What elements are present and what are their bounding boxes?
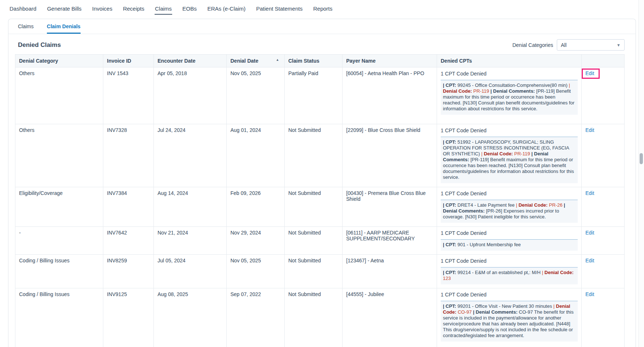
payer-name-cell: [44555] - Jubilee xyxy=(343,288,437,347)
table-row: Others INV7328 Jul 24, 2024 Aug 01, 2024… xyxy=(15,124,625,187)
window-scrollbar-thumb[interactable] xyxy=(640,153,643,164)
denial-categories-filter: Denial Categories All ▼ xyxy=(512,39,625,51)
cpt-detail-segment: CPT: xyxy=(445,82,456,88)
table-scrollbar-thumb[interactable] xyxy=(636,88,636,139)
column-header-denied-cpts: Denied CPTs xyxy=(437,55,582,67)
column-header-denial-category: Denial Category xyxy=(15,55,103,67)
denial-category-cell: - xyxy=(15,227,103,255)
denied-count-label: 1 CPT Code Denied xyxy=(441,190,578,196)
denial-categories-selected-value: All xyxy=(561,42,567,48)
cpt-detail-segment: Denial Code: xyxy=(518,202,547,208)
cpt-detail-segment: Denial Comments: xyxy=(443,208,485,214)
cpt-detail-segment: CPT: xyxy=(445,270,456,275)
cpt-detail-segment: PR-119 xyxy=(513,151,531,156)
table-row: - INV7642 Nov 21, 2024 Nov 29, 2024 Not … xyxy=(15,227,625,255)
cpt-detail-segment: CPT: xyxy=(445,242,456,247)
nav-item-claims[interactable]: Claims xyxy=(155,3,172,15)
denial-date-cell: Nov 05, 2025 xyxy=(227,67,285,124)
cpt-detail-segment: | xyxy=(481,151,484,156)
denial-date-cell: Nov 29, 2024 xyxy=(227,227,285,255)
claims-panel: Claims Claim Denials Denied Claims Denia… xyxy=(8,19,636,347)
cpt-denial-detail: | CPT: 99245 - Office Consultation-Compr… xyxy=(441,80,578,115)
cpt-detail-segment: 123 xyxy=(443,276,451,281)
chevron-down-icon: ▼ xyxy=(617,43,621,47)
cpt-detail-segment: 99214 - E&M of an established pt,: M/H xyxy=(456,270,542,275)
edit-cell: Edit xyxy=(582,288,625,347)
column-header-denial-date[interactable]: Denial Date ▲ xyxy=(227,55,285,67)
cpt-detail-segment: Denial Code: xyxy=(544,270,573,275)
tab-claim-denials[interactable]: Claim Denials xyxy=(47,19,81,34)
edit-button[interactable]: Edit xyxy=(583,70,599,78)
table-row: Coding / Billing Issues INV9125 Aug 08, … xyxy=(15,288,625,347)
nav-item-patient-statements[interactable]: Patient Statements xyxy=(256,3,303,15)
table-header-row: Denial Category Invoice ID Encounter Dat… xyxy=(15,55,625,67)
cpt-detail-segment: Denial Code: xyxy=(443,88,472,94)
edit-cell: Edit xyxy=(582,67,625,124)
tab-claims[interactable]: Claims xyxy=(18,19,34,34)
sort-asc-icon[interactable]: ▲ xyxy=(276,58,279,62)
cpt-detail-segment: | xyxy=(564,202,565,208)
edit-button[interactable]: Edit xyxy=(585,127,594,133)
edit-button[interactable]: Edit xyxy=(585,291,594,297)
denied-count-label: 1 CPT Code Denied xyxy=(441,230,578,236)
top-navigation: Dashboard Generate Bills Invoices Receip… xyxy=(0,0,644,18)
encounter-date-cell: Aug 08, 2025 xyxy=(154,288,227,347)
denial-date-cell: Sep 07, 2022 xyxy=(227,288,285,347)
cpt-detail-segment: PR-119 xyxy=(472,88,490,94)
nav-item-reports[interactable]: Reports xyxy=(313,3,333,15)
nav-item-eobs[interactable]: EOBs xyxy=(182,3,197,15)
denied-claims-table: Denial Category Invoice ID Encounter Dat… xyxy=(15,54,625,347)
claim-status-cell: Not Submitted xyxy=(285,227,343,255)
cpt-detail-segment: 99201 - Office Visit - New Patient 30 mi… xyxy=(456,303,553,309)
claims-sub-tabs: Claims Claim Denials xyxy=(8,19,636,34)
edit-cell: Edit xyxy=(582,187,625,227)
denied-cpts-cell: 1 CPT Code Denied | CPT: 99245 - Office … xyxy=(437,67,582,124)
cpt-detail-segment: | xyxy=(554,303,556,309)
cpt-detail-segment: | xyxy=(473,309,475,315)
cpt-detail-segment: CO-97 xyxy=(456,309,473,315)
cpt-detail-segment: Denial Comments: xyxy=(493,88,535,94)
denied-cpts-cell: 1 CPT Code Denied | CPT: 99201 - Office … xyxy=(437,288,582,347)
denied-cpts-cell: 1 CPT Code Denied | CPT: 901 - Upfront M… xyxy=(437,227,582,255)
cpt-detail-segment: DRET4 - Late Payment fee xyxy=(456,202,516,208)
claim-status-cell: Partially Paid xyxy=(285,67,343,124)
edit-button[interactable]: Edit xyxy=(585,190,594,196)
nav-item-invoices[interactable]: Invoices xyxy=(92,3,113,15)
denied-cpts-cell: 1 CPT Code Denied | CPT: 51992 - LAPAROS… xyxy=(437,124,582,187)
nav-item-receipts[interactable]: Receipts xyxy=(123,3,145,15)
cpt-detail-segment: | xyxy=(569,82,570,88)
table-row: Coding / Billing Issues INV8259 Jul 05, … xyxy=(15,255,625,288)
cpt-detail-segment: PR-26 xyxy=(548,202,564,208)
column-header-encounter-date: Encounter Date xyxy=(154,55,227,67)
column-header-label: Denial Date xyxy=(230,58,258,64)
payer-name-cell: [60054] - Aetna Health Plan - PPO xyxy=(343,67,437,124)
cpt-detail-segment: CPT: xyxy=(445,303,456,309)
denied-count-label: 1 CPT Code Denied xyxy=(441,127,578,133)
claims-table-body: Others INV 1543 Apr 05, 2018 Nov 05, 202… xyxy=(15,67,625,347)
cpt-denial-detail: | CPT: 901 - Upfront Membership fee xyxy=(441,239,578,251)
column-header-claim-status: Claim Status xyxy=(285,55,343,67)
nav-item-eras[interactable]: ERAs (e-Claim) xyxy=(207,3,246,15)
denial-date-cell: Feb 09, 2026 xyxy=(227,187,285,227)
edit-button[interactable]: Edit xyxy=(585,258,594,263)
denial-date-cell: Aug 01, 2024 xyxy=(227,124,285,187)
denied-claims-toolbar: Denied Claims Denial Categories All ▼ xyxy=(8,34,636,54)
cpt-detail-segment: CPT: xyxy=(445,139,456,145)
cpt-detail-segment: | xyxy=(532,151,534,156)
page-title: Denied Claims xyxy=(18,41,61,49)
encounter-date-cell: Aug 14, 2024 xyxy=(154,187,227,227)
nav-item-dashboard[interactable]: Dashboard xyxy=(9,3,37,15)
denial-categories-select[interactable]: All ▼ xyxy=(557,39,625,51)
denied-count-label: 1 CPT Code Denied xyxy=(441,70,578,77)
edit-cell: Edit xyxy=(582,227,625,255)
edit-button[interactable]: Edit xyxy=(585,230,594,236)
denied-cpts-cell: 1 CPT Code Denied | CPT: DRET4 - Late Pa… xyxy=(437,187,582,227)
payer-name-cell: [22099] - Blue Cross Blue Shield xyxy=(343,124,437,187)
denial-category-cell: Others xyxy=(15,67,103,124)
invoice-id-cell: INV7642 xyxy=(103,227,154,255)
cpt-detail-segment: | xyxy=(491,88,493,94)
denial-date-cell: Nov 05, 2025 xyxy=(227,255,285,288)
denial-category-cell: Coding / Billing Issues xyxy=(15,255,103,288)
cpt-detail-segment: Denial Comments: xyxy=(476,309,518,315)
nav-item-generate-bills[interactable]: Generate Bills xyxy=(47,3,82,15)
